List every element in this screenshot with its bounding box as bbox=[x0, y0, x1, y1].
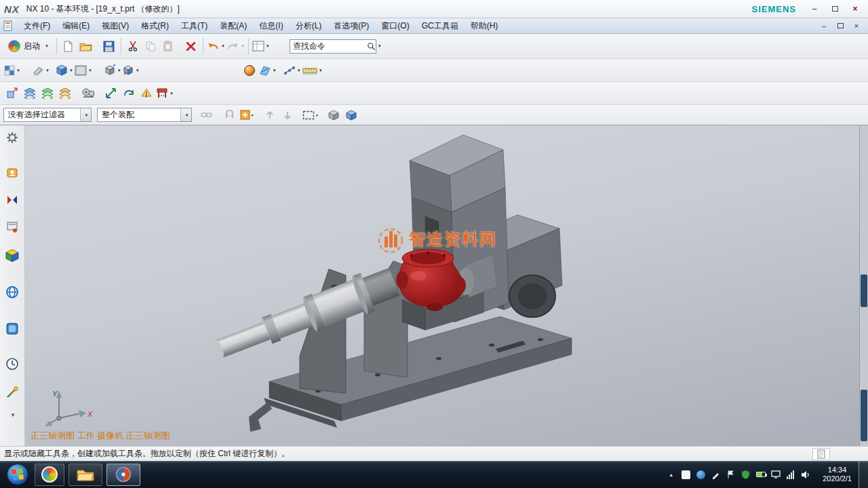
search-dropdown-arrow-icon[interactable]: ▼ bbox=[378, 44, 382, 48]
tray-display-icon[interactable] bbox=[770, 470, 781, 480]
rectangle-select-dropdown[interactable]: ▼ bbox=[302, 106, 319, 124]
dropdown-arrow-icon[interactable]: ▼ bbox=[69, 68, 73, 73]
menu-window[interactable]: 窗口(O) bbox=[375, 19, 415, 33]
background-dropdown[interactable]: ▼ bbox=[75, 62, 92, 79]
taskbar-browser-button[interactable] bbox=[35, 464, 64, 486]
taskbar-explorer-button[interactable] bbox=[68, 464, 102, 486]
dropdown-arrow-icon[interactable]: ▼ bbox=[273, 68, 277, 73]
sidebar-assembly-navigator-button[interactable] bbox=[4, 219, 20, 235]
scrollbar-thumb[interactable] bbox=[861, 274, 867, 307]
sidebar-part-navigator-button[interactable] bbox=[4, 247, 20, 264]
taskbar-clock[interactable]: 14:34 2020/2/1 bbox=[816, 466, 859, 483]
eraser-tool-dropdown[interactable]: ▼ bbox=[33, 62, 50, 79]
menu-edit[interactable]: 编辑(E) bbox=[56, 19, 96, 33]
undo-button[interactable]: ▼ bbox=[207, 37, 225, 55]
tray-volume-icon[interactable] bbox=[800, 470, 810, 480]
mdi-close-button[interactable]: × bbox=[849, 20, 864, 31]
menu-assemblies[interactable]: 装配(A) bbox=[214, 19, 253, 33]
search-icon[interactable] bbox=[367, 41, 376, 52]
general-selection-dropdown[interactable]: ▼ bbox=[239, 106, 255, 124]
tray-expand-button[interactable]: ▲ bbox=[666, 470, 676, 480]
close-button[interactable]: × bbox=[846, 3, 864, 15]
dropdown-arrow-icon[interactable]: ▼ bbox=[16, 68, 20, 73]
sidebar-roles-button[interactable] bbox=[4, 165, 20, 181]
tray-help-icon[interactable] bbox=[696, 470, 706, 480]
show-desktop-button[interactable] bbox=[859, 461, 868, 488]
dropdown-arrow-icon[interactable]: ▼ bbox=[315, 113, 319, 117]
move-down-button[interactable] bbox=[279, 106, 296, 124]
display-mode-dropdown[interactable]: ▼ bbox=[56, 62, 73, 79]
dropdown-arrow-icon[interactable]: ▼ bbox=[297, 68, 301, 73]
delete-button[interactable] bbox=[183, 37, 199, 55]
dropdown-arrow-icon[interactable]: ▼ bbox=[88, 68, 92, 73]
taskbar-nx-button[interactable] bbox=[106, 464, 140, 486]
statusbar-note-cell[interactable] bbox=[812, 448, 830, 460]
titlebar[interactable]: NX NX 10 - 基本环境 - [19_x_t.prt （修改的）] SIE… bbox=[0, 0, 868, 18]
tray-flag-icon[interactable] bbox=[726, 470, 736, 480]
combobox-arrow-button[interactable]: ▼ bbox=[80, 108, 91, 121]
tray-ime-icon[interactable] bbox=[681, 470, 691, 480]
viewport-scrollbar[interactable] bbox=[859, 125, 868, 446]
combobox-arrow-button[interactable]: ▼ bbox=[180, 108, 191, 121]
measure-distance-dropdown[interactable]: ▼ bbox=[302, 62, 323, 79]
redo-dropdown-arrow-icon[interactable]: ▼ bbox=[241, 44, 245, 48]
command-finder[interactable] bbox=[290, 39, 376, 54]
dropdown-arrow-icon[interactable]: ▼ bbox=[319, 68, 323, 73]
snap-toggle-button[interactable] bbox=[221, 106, 237, 124]
menu-gc-toolbox[interactable]: GC工具箱 bbox=[416, 19, 465, 33]
render-style-button[interactable] bbox=[241, 62, 258, 79]
scrollbar-thumb[interactable] bbox=[861, 390, 867, 441]
command-finder-input[interactable] bbox=[290, 41, 367, 51]
layer-category-button[interactable] bbox=[57, 85, 73, 102]
measure-tool-dropdown[interactable]: ▼ bbox=[156, 85, 174, 102]
start-menu-button[interactable] bbox=[3, 463, 33, 486]
tray-network-icon[interactable] bbox=[785, 470, 795, 480]
menu-information[interactable]: 信息(I) bbox=[253, 19, 289, 33]
dropdown-arrow-icon[interactable]: ▼ bbox=[170, 92, 174, 96]
tray-shield-icon[interactable] bbox=[741, 470, 751, 480]
sidebar-hd3d-tools-button[interactable] bbox=[4, 321, 20, 337]
selection-scope-combobox[interactable]: 整个装配 ▼ bbox=[97, 108, 192, 122]
open-file-button[interactable] bbox=[78, 37, 94, 55]
cad-model-canvas[interactable] bbox=[25, 125, 868, 446]
dropdown-arrow-icon[interactable]: ▼ bbox=[45, 68, 50, 73]
move-component-button[interactable] bbox=[4, 85, 20, 102]
show-shaded-button[interactable] bbox=[326, 106, 342, 124]
menu-preferences[interactable]: 首选项(P) bbox=[328, 19, 375, 33]
orient-view-dropdown[interactable]: ▼ bbox=[104, 62, 121, 79]
dropdown-arrow-icon[interactable]: ▼ bbox=[117, 68, 121, 73]
start-dropdown-arrow-icon[interactable]: ▼ bbox=[45, 44, 49, 48]
dropdown-arrow-icon[interactable]: ▼ bbox=[136, 68, 140, 73]
sidebar-history-button[interactable] bbox=[4, 356, 20, 372]
start-button[interactable]: 启动 ▼ bbox=[3, 37, 54, 56]
window-layout-dropdown[interactable]: ▼ bbox=[252, 37, 270, 55]
dropdown-arrow-icon[interactable]: ▼ bbox=[251, 113, 254, 117]
tray-battery-icon[interactable] bbox=[755, 470, 766, 480]
orientation-triad[interactable]: Y X bbox=[39, 388, 96, 428]
mdi-restore-button[interactable] bbox=[833, 20, 848, 31]
graphics-viewport[interactable]: 智造资料网 Y X 正三轴测图 工作 摄像机 正三轴测图 bbox=[25, 125, 868, 446]
menu-view[interactable]: 视图(V) bbox=[96, 19, 135, 33]
layer-visible-button[interactable] bbox=[39, 85, 56, 102]
layout-dropdown-arrow-icon[interactable]: ▼ bbox=[266, 44, 270, 48]
orient-view-secondary-dropdown[interactable]: ▼ bbox=[123, 62, 140, 79]
redo-button[interactable]: ▼ bbox=[226, 37, 245, 55]
copy-button[interactable] bbox=[142, 37, 159, 55]
move-up-button[interactable] bbox=[262, 106, 278, 124]
menu-format[interactable]: 格式(R) bbox=[135, 19, 175, 33]
show-wireframe-button[interactable] bbox=[343, 106, 359, 124]
sidebar-process-studio-button[interactable] bbox=[4, 384, 20, 401]
cut-button[interactable] bbox=[125, 37, 141, 55]
tray-pen-icon[interactable] bbox=[711, 470, 721, 480]
snap-point-button[interactable]: ▼ bbox=[283, 62, 301, 79]
paste-button[interactable] bbox=[160, 37, 176, 55]
selection-filter-dropdown[interactable]: ▼ bbox=[4, 62, 20, 79]
selection-filter-combobox[interactable]: 没有选择过滤器 ▼ bbox=[3, 108, 92, 122]
transform-x-button[interactable] bbox=[103, 85, 119, 102]
new-file-button[interactable] bbox=[60, 37, 77, 55]
datum-axis-button[interactable] bbox=[138, 85, 155, 102]
transform-y-button[interactable] bbox=[121, 85, 137, 102]
menu-file[interactable]: 文件(F) bbox=[18, 19, 56, 33]
mdi-minimize-button[interactable]: – bbox=[816, 20, 831, 31]
sidebar-settings-button[interactable] bbox=[4, 129, 20, 146]
